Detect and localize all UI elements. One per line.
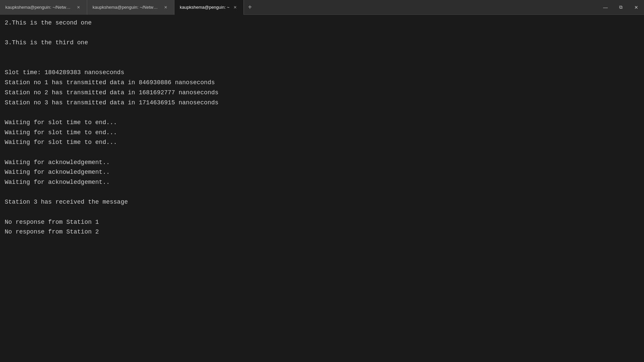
tab-2[interactable]: kaupkshema@penguin: ~/Networkin...✕ xyxy=(87,0,174,15)
terminal-line: 2.This is the second one xyxy=(5,18,639,28)
maximize-button[interactable]: ⧉ xyxy=(613,0,629,15)
terminal-line: Station no 2 has transmitted data in 168… xyxy=(5,88,639,98)
terminal-line: Station no 3 has transmitted data in 171… xyxy=(5,98,639,108)
tab-close-1[interactable]: ✕ xyxy=(75,4,82,10)
terminal-line: Waiting for acknowledgement.. xyxy=(5,177,639,188)
terminal-line: Waiting for acknowledgement.. xyxy=(5,158,639,168)
terminal-content: 2.This is the second one 3.This is the t… xyxy=(0,15,644,362)
tab-title-1: kaupkshema@penguin: ~/Networkin... xyxy=(5,5,73,10)
window-controls: — ⧉ ✕ xyxy=(598,0,644,15)
terminal-line xyxy=(5,108,639,118)
terminal-line: Waiting for slot time to end... xyxy=(5,138,639,148)
terminal-line: Station no 1 has transmitted data in 846… xyxy=(5,78,639,88)
tab-title-2: kaupkshema@penguin: ~/Networkin... xyxy=(93,5,160,10)
terminal-line xyxy=(5,207,639,217)
terminal-line xyxy=(5,28,639,38)
terminal-line: 3.This is the third one xyxy=(5,38,639,48)
tab-title-3: kaupkshema@penguin: ~ xyxy=(180,5,229,10)
terminal-line: No response from Station 2 xyxy=(5,227,639,237)
terminal-line xyxy=(5,148,639,158)
close-button[interactable]: ✕ xyxy=(629,0,644,15)
terminal-line: Slot time: 1804289383 nanoseconds xyxy=(5,68,639,78)
tab-bar: kaupkshema@penguin: ~/Networkin...✕kaupk… xyxy=(0,0,644,15)
tab-1[interactable]: kaupkshema@penguin: ~/Networkin...✕ xyxy=(0,0,87,15)
terminal-line xyxy=(5,58,639,68)
terminal-line: Waiting for slot time to end... xyxy=(5,118,639,128)
tab-close-2[interactable]: ✕ xyxy=(163,4,169,10)
terminal-line: Station 3 has received the message xyxy=(5,197,639,207)
terminal-line xyxy=(5,188,639,198)
tab-3[interactable]: kaupkshema@penguin: ~✕ xyxy=(174,0,244,15)
minimize-button[interactable]: — xyxy=(598,0,613,15)
terminal-line xyxy=(5,48,639,58)
terminal-line: Waiting for acknowledgement.. xyxy=(5,167,639,177)
tab-close-3[interactable]: ✕ xyxy=(232,4,238,10)
terminal-line: No response from Station 1 xyxy=(5,217,639,227)
new-tab-button[interactable]: + xyxy=(244,0,256,15)
terminal-line: Waiting for slot time to end... xyxy=(5,128,639,138)
